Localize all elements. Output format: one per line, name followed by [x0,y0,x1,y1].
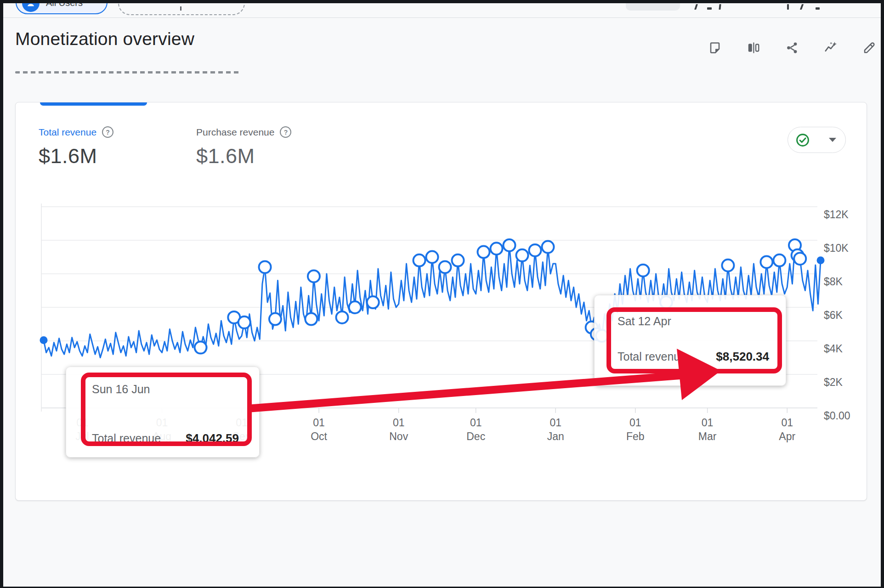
data-quality-pill[interactable] [788,127,846,153]
clipped-text-fragment [816,7,820,10]
audience-segment-chip[interactable]: All Users [16,3,108,14]
tooltip-sun-16-jun: Sun 16 Jun Total revenue $4,042.59 [66,367,260,458]
report-snapshot-icon[interactable] [706,39,724,57]
green-check-icon [795,133,810,147]
active-tab-indicator [40,102,147,106]
page-title-dashed-underline [15,71,241,74]
header-divider [3,17,881,18]
red-highlight-box [81,373,252,446]
help-icon[interactable]: ? [280,126,291,138]
chevron-down-icon [829,138,836,142]
analytics-monetization-page: All Users Monetization overview [3,3,881,587]
purchase-revenue-label: Purchase revenue [196,127,274,138]
clipped-text-fragment [694,4,698,10]
add-comparison-chip[interactable] [118,3,245,15]
all-users-icon [22,3,40,12]
clipped-text-fragment [800,4,804,10]
total-revenue-label: Total revenue [39,127,96,138]
help-icon[interactable]: ? [102,126,113,138]
red-highlight-box [606,307,782,373]
insights-icon[interactable] [822,39,839,57]
report-action-icons [706,39,878,57]
clipped-text-fragment [719,4,721,10]
plus-icon [180,6,181,11]
date-range-fragment[interactable] [626,3,680,11]
total-revenue-value: $1.6M [39,144,113,168]
share-icon[interactable] [783,39,801,57]
tab-purchase-revenue[interactable]: Purchase revenue ? $1.6M [196,126,291,168]
tooltip-sat-12-apr: Sat 12 Apr Total revenue $8,520.34 [594,295,786,386]
audience-chip-label: All Users [46,3,83,8]
clipped-text-fragment [707,7,712,10]
comparison-icon[interactable] [745,39,762,57]
page-title: Monetization overview [15,29,194,49]
tab-total-revenue[interactable]: Total revenue ? $1.6M [39,126,113,168]
clipped-text-fragment [787,4,789,10]
purchase-revenue-value: $1.6M [196,144,291,168]
edit-icon[interactable] [861,39,878,57]
